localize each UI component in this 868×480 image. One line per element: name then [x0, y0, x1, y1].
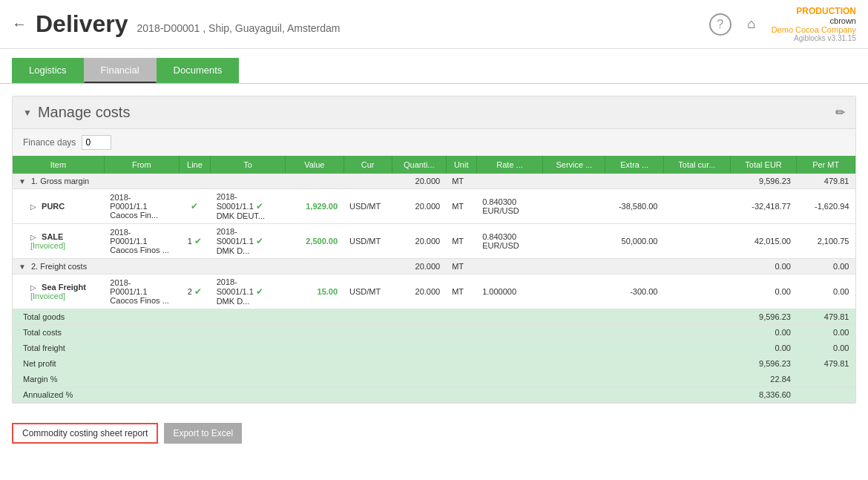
group-label: ▼ 2. Freight costs: [13, 259, 392, 274]
row-from: 2018-P0001/1.1Caocos Fin...: [104, 189, 179, 224]
username: cbrown: [772, 16, 856, 25]
row-item: ▷ PURC: [13, 189, 104, 224]
row-expand-icon[interactable]: ▷: [30, 203, 36, 211]
row-quantity: 20.000: [392, 224, 446, 259]
section-collapse-icon[interactable]: ▼: [23, 108, 32, 118]
table-group-row: ▼ 1. Gross margin 20.000 MT 9,596.23 479…: [13, 174, 855, 189]
group-label: ▼ 1. Gross margin: [13, 174, 392, 189]
row-extra: -300.00: [605, 274, 664, 309]
row-total-cur: [663, 224, 730, 259]
tab-financial[interactable]: Financial: [84, 58, 157, 83]
expand-icon[interactable]: ▼: [19, 263, 26, 271]
col-header-rate: Rate ...: [476, 156, 543, 174]
totals-label: Margin %: [13, 372, 730, 387]
row-per-mt: 2,100.75: [797, 224, 855, 259]
row-to: 2018-S0001/1.1 ✔DMK D...: [211, 224, 286, 259]
row-item: ▷ SALE[Invoiced]: [13, 224, 104, 259]
row-service: [543, 189, 605, 224]
col-header-permt: Per MT: [797, 156, 855, 174]
totals-label: Total freight: [13, 341, 730, 356]
table-row: ▷ Sea Freight[Invoiced] 2018-P0001/1.1Ca…: [13, 274, 855, 309]
totals-eur: 0.00: [730, 341, 797, 356]
totals-row: Total goods 9,596.23 479.81: [13, 309, 855, 325]
col-header-value: Value: [286, 156, 344, 174]
row-total-cur: [663, 189, 730, 224]
col-header-service: Service ...: [543, 156, 605, 174]
totals-label: Annualized %: [13, 387, 730, 403]
totals-permt: 0.00: [797, 341, 855, 356]
row-value: 1,929.00: [286, 189, 344, 224]
totals-label: Total goods: [13, 309, 730, 325]
row-extra: 50,000.00: [605, 224, 664, 259]
expand-icon[interactable]: ▼: [19, 177, 26, 185]
col-header-quant: Quanti...: [392, 156, 446, 174]
col-header-totalcur: Total cur...: [663, 156, 730, 174]
manage-costs-section: ▼ Manage costs ✏ Finance days Item From …: [12, 96, 856, 404]
group-title: 1. Gross margin: [31, 177, 89, 185]
row-to: 2018-S0001/1.1 ✔DMK DEUT...: [211, 189, 286, 224]
totals-eur: 0.00: [730, 325, 797, 341]
row-total-eur: 42,015.00: [730, 224, 797, 259]
col-header-totaleur: Total EUR: [730, 156, 797, 174]
table-group-row: ▼ 2. Freight costs 20.000 MT 0.00 0.00: [13, 259, 855, 274]
totals-permt: [797, 387, 855, 403]
totals-row: Net profit 9,596.23 479.81: [13, 356, 855, 372]
edit-icon[interactable]: ✏: [835, 105, 845, 119]
row-rate: 0.840300 EUR/USD: [476, 189, 543, 224]
row-expand-icon[interactable]: ▷: [30, 283, 36, 292]
totals-row: Annualized % 8,336.60: [13, 387, 855, 403]
title-block: Delivery 2018-D00001 , Ship, Guayaguil, …: [36, 10, 340, 38]
row-unit: MT: [446, 224, 476, 259]
page-title: Delivery: [36, 10, 128, 38]
row-service: [543, 274, 605, 309]
group-unit: MT: [446, 174, 476, 189]
finance-days-input[interactable]: [82, 135, 111, 150]
col-header-extra: Extra ...: [605, 156, 664, 174]
page-header: ← Delivery 2018-D00001 , Ship, Guayaguil…: [0, 0, 868, 49]
user-role: PRODUCTION: [772, 6, 856, 16]
group-quantity: 20.000: [392, 259, 446, 274]
col-header-item: Item: [13, 156, 104, 174]
checkmark-icon: ✔: [194, 286, 202, 297]
totals-permt: 0.00: [797, 325, 855, 341]
totals-eur: 8,336.60: [730, 387, 797, 403]
home-button[interactable]: ⌂: [740, 13, 763, 36]
row-value: 15.00: [286, 274, 344, 309]
help-button[interactable]: ?: [709, 13, 731, 36]
checkmark-icon: ✔: [256, 201, 263, 211]
totals-label: Total costs: [13, 325, 730, 341]
tab-logistics[interactable]: Logistics: [12, 58, 84, 83]
row-unit: MT: [446, 274, 476, 309]
row-per-mt: -1,620.94: [797, 189, 855, 224]
checkmark-icon: ✔: [256, 236, 263, 246]
row-line: 2 ✔: [179, 274, 210, 309]
row-quantity: 20.000: [392, 274, 446, 309]
checkmark-icon: ✔: [256, 286, 263, 297]
col-header-unit: Unit: [446, 156, 476, 174]
row-value: 2,500.00: [286, 224, 344, 259]
totals-row: Total freight 0.00 0.00: [13, 341, 855, 356]
table-row: ▷ PURC 2018-P0001/1.1Caocos Fin... ✔ 201…: [13, 189, 855, 224]
tab-documents[interactable]: Documents: [157, 58, 240, 83]
group-quantity: 20.000: [392, 174, 446, 189]
section-title-row: ▼ Manage costs: [23, 104, 130, 121]
group-title: 2. Freight costs: [31, 262, 87, 271]
row-service: [543, 224, 605, 259]
export-to-excel-button[interactable]: Export to Excel: [164, 423, 242, 444]
row-line: ✔: [179, 189, 210, 224]
row-cur: USD/MT: [343, 274, 392, 309]
commodity-costing-report-button[interactable]: Commodity costing sheet report: [12, 423, 158, 444]
back-button[interactable]: ←: [12, 16, 27, 33]
costs-table: Item From Line To Value Cur Quanti... Un…: [13, 156, 855, 403]
row-total-eur: 0.00: [730, 274, 797, 309]
row-line: 1 ✔: [179, 224, 210, 259]
group-per-mt: 479.81: [797, 174, 855, 189]
user-info: PRODUCTION cbrown Demo Cocoa Company Agi…: [772, 6, 856, 42]
row-expand-icon[interactable]: ▷: [30, 233, 36, 241]
table-row: ▷ SALE[Invoiced] 2018-P0001/1.1Caocos Fi…: [13, 224, 855, 259]
group-per-mt: 0.00: [797, 259, 855, 274]
tab-bar: Logistics Financial Documents: [0, 49, 868, 84]
row-to: 2018-S0001/1.1 ✔DMK D...: [211, 274, 286, 309]
totals-row: Total costs 0.00 0.00: [13, 325, 855, 341]
row-from: 2018-P0001/1.1Caocos Finos ...: [104, 224, 179, 259]
